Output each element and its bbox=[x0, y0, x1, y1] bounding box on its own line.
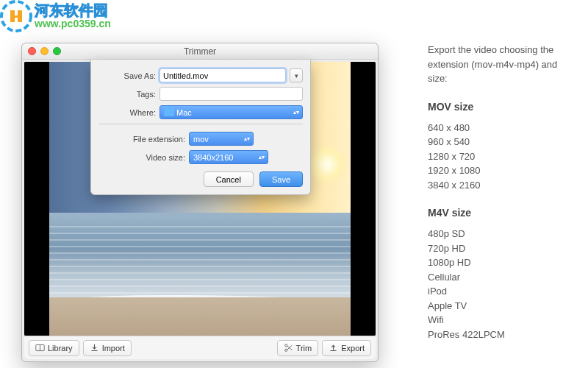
where-select[interactable]: Mac ▴▾ bbox=[159, 105, 303, 119]
save-button[interactable]: Save bbox=[259, 171, 303, 187]
trim-button[interactable]: Trim bbox=[277, 340, 319, 356]
export-button[interactable]: Export bbox=[322, 340, 371, 356]
watermark-title: 河东软件园 bbox=[35, 2, 111, 18]
m4v-heading: M4V size bbox=[428, 205, 573, 221]
import-icon bbox=[90, 343, 99, 353]
svg-point-4 bbox=[284, 344, 287, 347]
cancel-button[interactable]: Cancel bbox=[204, 171, 254, 187]
chevron-down-icon: ▾ bbox=[295, 72, 298, 79]
site-logo-icon bbox=[0, 0, 32, 32]
tags-input[interactable] bbox=[159, 87, 303, 101]
folder-icon bbox=[164, 108, 174, 116]
video-size-label: Video size: bbox=[98, 153, 185, 162]
list-item: 1080p HD bbox=[428, 255, 573, 270]
close-icon[interactable] bbox=[28, 47, 36, 55]
mov-heading: MOV size bbox=[428, 99, 573, 115]
import-label: Import bbox=[102, 344, 125, 353]
library-button[interactable]: Library bbox=[29, 340, 79, 356]
watermark-url: www.pc0359.cn bbox=[35, 18, 111, 29]
file-extension-label: File extension: bbox=[98, 135, 185, 144]
svg-point-3 bbox=[284, 349, 287, 351]
titlebar: Trimmer bbox=[22, 43, 378, 60]
minimize-icon[interactable] bbox=[40, 47, 49, 55]
tags-label: Tags: bbox=[98, 90, 156, 99]
save-as-input[interactable] bbox=[159, 68, 286, 82]
list-item: Cellular bbox=[428, 270, 573, 285]
video-size-value: 3840x2160 bbox=[193, 153, 233, 162]
watermark: 河东软件园 www.pc0359.cn bbox=[0, 0, 111, 32]
doc-panel: Export the video choosing the extension … bbox=[428, 43, 573, 342]
list-item: 3840 x 2160 bbox=[428, 178, 573, 193]
updown-icon: ▴▾ bbox=[259, 155, 265, 160]
list-item: Apple TV bbox=[428, 299, 573, 314]
list-item: 720p HD bbox=[428, 241, 573, 256]
m4v-size-list: 480p SD 720p HD 1080p HD Cellular iPod A… bbox=[428, 227, 573, 342]
divider bbox=[98, 124, 303, 124]
list-item: iPod bbox=[428, 284, 573, 299]
save-as-label: Save As: bbox=[98, 71, 156, 80]
list-item: 960 x 540 bbox=[428, 135, 573, 149]
mov-size-list: 640 x 480 960 x 540 1280 x 720 1920 x 10… bbox=[428, 121, 573, 193]
trim-icon bbox=[284, 343, 293, 353]
list-item: 480p SD bbox=[428, 227, 573, 241]
library-icon bbox=[35, 343, 45, 353]
where-value: Mac bbox=[176, 108, 192, 117]
library-label: Library bbox=[48, 344, 73, 353]
list-item: 1280 x 720 bbox=[428, 149, 573, 164]
list-item: ProRes 422LPCM bbox=[428, 328, 573, 342]
file-extension-value: mov bbox=[193, 135, 209, 144]
list-item: 640 x 480 bbox=[428, 121, 573, 135]
window-title: Trimmer bbox=[184, 46, 216, 57]
app-window: Trimmer Library Import Trim Export bbox=[21, 43, 379, 362]
file-extension-select[interactable]: mov ▴▾ bbox=[189, 132, 254, 146]
updown-icon: ▴▾ bbox=[293, 110, 299, 115]
updown-icon: ▴▾ bbox=[244, 136, 250, 141]
where-label: Where: bbox=[98, 108, 156, 117]
bottom-toolbar: Library Import Trim Export bbox=[24, 336, 376, 359]
import-button[interactable]: Import bbox=[83, 340, 132, 356]
doc-intro: Export the video choosing the extension … bbox=[428, 43, 573, 86]
expand-save-button[interactable]: ▾ bbox=[290, 68, 303, 82]
export-label: Export bbox=[341, 344, 365, 353]
trim-label: Trim bbox=[296, 344, 312, 353]
list-item: Wifi bbox=[428, 313, 573, 328]
save-dialog: Save As: ▾ Tags: Where: Mac ▴▾ File exte… bbox=[90, 60, 311, 195]
video-size-select[interactable]: 3840x2160 ▴▾ bbox=[189, 150, 268, 164]
zoom-icon[interactable] bbox=[53, 47, 61, 55]
export-icon bbox=[329, 343, 338, 353]
list-item: 1920 x 1080 bbox=[428, 163, 573, 178]
